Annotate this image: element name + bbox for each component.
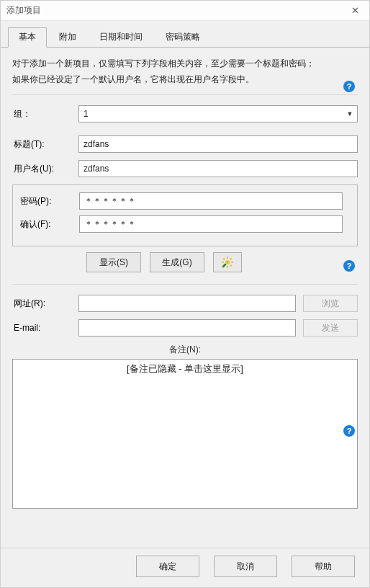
policy-gear-button[interactable] <box>213 252 242 272</box>
label-password: 密码(P): <box>13 195 79 208</box>
password-buttons: 显示(S) 生成(G) <box>12 252 358 272</box>
label-group: 组： <box>12 108 78 120</box>
send-button[interactable]: 发送 <box>303 319 358 337</box>
dialog-window: 添加项目 ✕ 基本 附加 日期和时间 密码策略 对于添加一个新项目，仅需填写下列… <box>0 0 370 588</box>
intro-text: 对于添加一个新项目，仅需填写下列字段相关内容，至少需要一个标题和密码； 如果你已… <box>12 56 358 87</box>
url-input[interactable] <box>78 295 296 312</box>
row-group: 组： ▼ <box>12 105 358 122</box>
notes-area[interactable]: [备注已隐藏 - 单击这里显示] <box>12 359 358 509</box>
svg-rect-3 <box>222 262 224 263</box>
svg-point-0 <box>225 260 230 264</box>
svg-rect-5 <box>222 258 225 261</box>
email-input[interactable] <box>78 319 296 337</box>
row-username: 用户名(U): <box>12 160 358 177</box>
titlebar: 添加项目 ✕ <box>1 1 369 21</box>
row-url: 网址(R): 浏览 <box>12 295 358 312</box>
row-confirm: 确认(F): <box>13 215 350 233</box>
title-input[interactable] <box>78 135 358 153</box>
intro-line1: 对于添加一个新项目，仅需填写下列字段相关内容，至少需要一个标题和密码； <box>12 56 358 72</box>
generate-button[interactable]: 生成(G) <box>150 252 204 272</box>
label-title: 标题(T): <box>12 138 78 151</box>
tab-policy[interactable]: 密码策略 <box>155 27 211 48</box>
browse-button[interactable]: 浏览 <box>303 295 358 312</box>
close-button[interactable]: ✕ <box>346 4 364 18</box>
label-email: E-mail: <box>12 323 78 333</box>
help-button[interactable]: 帮助 <box>292 556 355 577</box>
separator <box>12 284 358 285</box>
svg-rect-2 <box>227 266 228 268</box>
help-icon[interactable]: ? <box>343 81 355 92</box>
row-email: E-mail: 发送 <box>12 319 358 337</box>
tab-bar: 基本 附加 日期和时间 密码策略 <box>1 21 369 48</box>
intro-line2: 如果你已经设定了一个默认用户名，它将出现在用户名字段中。 <box>12 72 358 88</box>
tab-attach[interactable]: 附加 <box>48 27 87 48</box>
tab-datetime[interactable]: 日期和时间 <box>89 27 153 48</box>
close-icon: ✕ <box>351 5 359 16</box>
row-title: 标题(T): <box>12 135 358 153</box>
label-notes: 备注(N): <box>12 344 358 356</box>
svg-rect-1 <box>227 257 228 259</box>
window-title: 添加项目 <box>6 4 41 17</box>
tab-basic[interactable]: 基本 <box>8 27 47 48</box>
confirm-input[interactable] <box>79 215 343 233</box>
gear-icon <box>222 257 233 268</box>
password-group: 密码(P): 确认(F): <box>12 184 358 246</box>
label-confirm: 确认(F): <box>13 218 79 231</box>
row-password: 密码(P): <box>13 192 350 210</box>
separator <box>12 94 358 95</box>
username-input[interactable] <box>78 160 358 177</box>
tab-content-basic: 对于添加一个新项目，仅需填写下列字段相关内容，至少需要一个标题和密码； 如果你已… <box>1 48 369 548</box>
show-button[interactable]: 显示(S) <box>86 252 141 272</box>
label-username: 用户名(U): <box>12 163 78 175</box>
group-select[interactable] <box>78 105 358 122</box>
cancel-button[interactable]: 取消 <box>214 556 277 577</box>
label-url: 网址(R): <box>12 298 78 310</box>
help-icon[interactable]: ? <box>343 260 355 272</box>
svg-rect-8 <box>230 264 233 267</box>
group-select-wrap: ▼ <box>78 105 358 122</box>
password-input[interactable] <box>79 192 343 210</box>
svg-rect-4 <box>231 262 233 263</box>
svg-rect-6 <box>230 258 233 261</box>
help-icon[interactable]: ? <box>343 425 355 437</box>
ok-button[interactable]: 确定 <box>136 556 199 577</box>
dialog-footer: 确定 取消 帮助 <box>1 548 369 587</box>
